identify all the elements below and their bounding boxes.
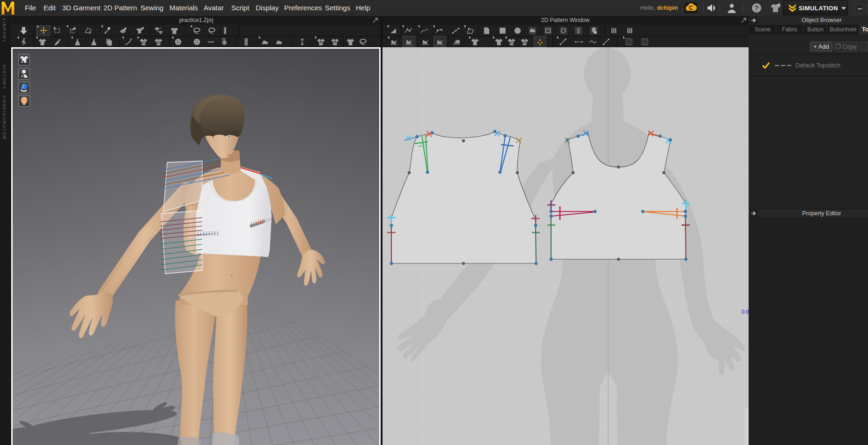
svg-text:C: C	[689, 5, 693, 11]
svg-text:?: ?	[755, 4, 759, 12]
svg-text:0.0: 0.0	[742, 309, 749, 314]
